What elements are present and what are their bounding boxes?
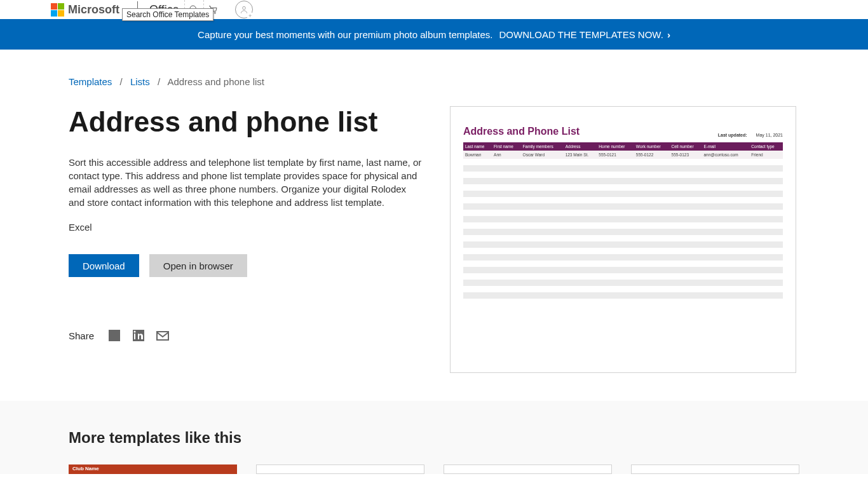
table-row [463,159,783,165]
col-family: Family members [521,142,564,151]
col-cell: Cell number [670,142,702,151]
breadcrumb-separator: / [158,76,160,87]
preview-updated-value: May 11, 2021 [756,133,783,137]
table-row [463,280,783,286]
more-templates-section: More templates like this Club Name [0,401,868,474]
preview-updated: Last updated: May 11, 2021 [718,133,783,137]
promo-banner-link[interactable]: DOWNLOAD THE TEMPLATES NOW. › [499,29,670,40]
more-templates-title: More templates like this [69,429,799,447]
template-card-label: Club Name [72,466,99,471]
promo-banner-text: Capture your best moments with our premi… [198,29,492,40]
breadcrumb: Templates / Lists / Address and phone li… [69,50,799,106]
svg-point-3 [215,12,216,13]
template-card[interactable] [256,464,424,474]
table-row [463,165,783,172]
table-row [463,172,783,178]
facebook-icon[interactable] [107,328,122,343]
app-label: Excel [69,222,424,233]
table-row [463,267,783,273]
preview-title: Address and Phone List [463,126,580,137]
table-row: Bowman Ann Oscar Ward 123 Main St. 555-0… [463,151,783,159]
breadcrumb-separator: / [120,76,123,87]
table-row [463,203,783,210]
col-address: Address [564,142,597,151]
template-card[interactable] [444,464,612,474]
table-row [463,261,783,267]
col-firstname: First name [492,142,521,151]
table-row [463,216,783,222]
email-icon[interactable] [155,328,170,343]
table-row [463,210,783,216]
microsoft-brand-text: Microsoft [68,3,119,17]
template-description: Sort this accessible address and telepho… [69,156,424,209]
linkedin-icon[interactable] [131,328,146,343]
table-row [463,292,783,299]
account-signin-icon[interactable]: + [235,1,253,18]
preview-updated-label: Last updated: [718,133,747,137]
col-email: E-mail [702,142,749,151]
table-row [463,184,783,191]
open-in-browser-button[interactable]: Open in browser [149,254,247,277]
chevron-right-icon: › [667,29,670,40]
table-row [463,222,783,229]
breadcrumb-current: Address and phone list [167,76,264,87]
promo-banner-link-text: DOWNLOAD THE TEMPLATES NOW. [499,29,663,40]
search-tooltip: Search Office Templates [122,8,214,21]
col-home: Home number [597,142,634,151]
table-row [463,191,783,197]
download-button[interactable]: Download [69,254,139,277]
preview-table: Last name First name Family members Addr… [463,142,783,299]
col-lastname: Last name [463,142,492,151]
table-row [463,178,783,184]
table-row [463,229,783,235]
table-row [463,248,783,254]
breadcrumb-lists[interactable]: Lists [130,76,150,87]
table-row [463,235,783,241]
microsoft-logo-icon [51,3,64,17]
breadcrumb-templates[interactable]: Templates [69,76,112,87]
col-work: Work number [634,142,670,151]
table-row [463,286,783,292]
promo-banner: Capture your best moments with our premi… [0,19,868,50]
col-type: Contact type [749,142,783,151]
table-row [463,273,783,280]
table-row [463,197,783,203]
share-label: Share [69,330,94,341]
template-card[interactable] [631,464,799,474]
table-row [463,254,783,261]
template-card[interactable]: Club Name [69,464,237,474]
top-header: Microsoft Office + Search Office Templat… [0,0,868,19]
table-row [463,241,783,248]
template-preview: Address and Phone List Last updated: May… [450,106,796,373]
svg-point-4 [242,6,245,10]
microsoft-logo[interactable]: Microsoft [51,3,119,17]
page-title: Address and phone list [69,106,424,138]
